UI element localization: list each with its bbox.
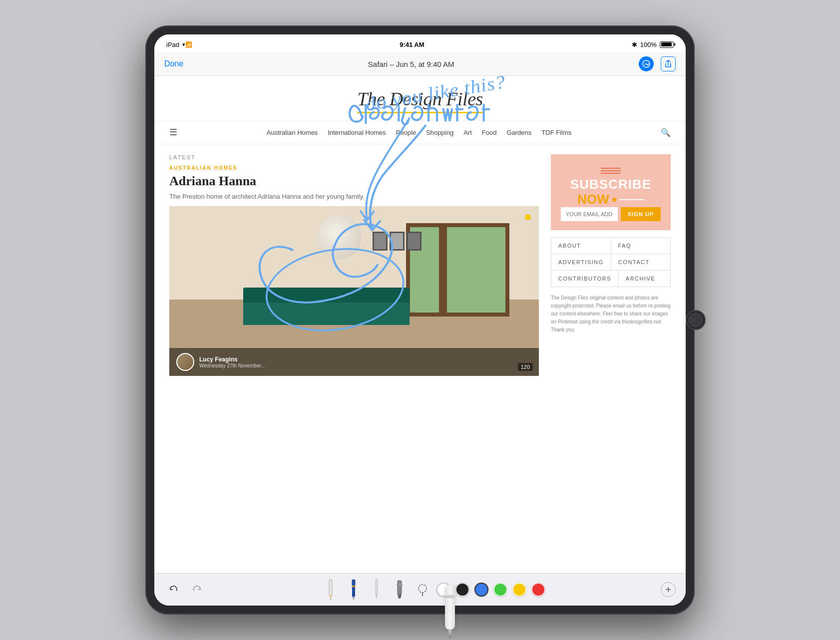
sidebar-link-faq[interactable]: FAQ bbox=[611, 238, 671, 254]
color-black[interactable] bbox=[455, 583, 469, 597]
ipad-label: iPad bbox=[166, 41, 179, 48]
artwork-3 bbox=[407, 232, 421, 251]
done-button[interactable]: Done bbox=[164, 59, 183, 68]
battery-icon bbox=[660, 41, 674, 48]
marker-tool-icon bbox=[394, 580, 405, 600]
nav-bar: Done Safari – Jun 5, at 9:40 AM bbox=[154, 52, 686, 76]
svg-marker-5 bbox=[330, 599, 331, 601]
author-info: Lucy Feagins Wednesday 27th November... bbox=[199, 356, 265, 368]
nav-link-food[interactable]: Food bbox=[482, 129, 497, 136]
redo-icon bbox=[191, 584, 203, 596]
nav-link-australian-homes[interactable]: Australian Homes bbox=[267, 129, 318, 136]
lasso-tool-icon bbox=[416, 583, 429, 596]
pen-tool-button[interactable] bbox=[368, 581, 386, 599]
site-logo[interactable]: The Design Files bbox=[357, 88, 483, 113]
forward-button[interactable] bbox=[188, 581, 206, 599]
article-author-bar: Lucy Feagins Wednesday 27th November... bbox=[169, 348, 539, 376]
status-left: iPad ▾📶 bbox=[166, 41, 192, 48]
article-count: 120 bbox=[518, 363, 533, 371]
home-button[interactable] bbox=[686, 310, 706, 330]
site-nav: ☰ Australian Homes International Homes P… bbox=[154, 121, 686, 144]
sidebar-link-contact[interactable]: CONTACT bbox=[611, 254, 670, 270]
markup-button[interactable] bbox=[639, 56, 654, 71]
sidebar-link-about[interactable]: ABOUT bbox=[551, 238, 611, 254]
svg-rect-10 bbox=[376, 580, 378, 595]
undo-button[interactable] bbox=[164, 581, 182, 599]
author-name: Lucy Feagins bbox=[199, 356, 265, 363]
sidebar-link-row-2: ADVERTISING CONTACT bbox=[551, 254, 670, 271]
subscribe-decoration bbox=[561, 168, 661, 174]
undo-icon bbox=[167, 584, 179, 596]
article-title: Adriana Hanna bbox=[169, 174, 539, 189]
sidebar-link-row-3: CONTRIBUTORS ARCHIVE bbox=[551, 271, 670, 287]
sidebar: SUBSCRIBE NOW SIGN UP bbox=[551, 154, 671, 376]
nav-actions bbox=[639, 56, 676, 71]
deco-line-2 bbox=[601, 170, 621, 171]
pen-tool-icon bbox=[372, 579, 381, 601]
nav-link-art[interactable]: Art bbox=[463, 129, 472, 136]
article-image[interactable]: Lucy Feagins Wednesday 27th November... … bbox=[169, 206, 539, 376]
page-layout: LATEST AUSTRALIAN HOMES Adriana Hanna Th… bbox=[154, 144, 686, 386]
latest-label: LATEST bbox=[169, 154, 539, 160]
author-date: Wednesday 27th November... bbox=[199, 363, 265, 368]
status-bar: iPad ▾📶 9:41 AM ✱ 100% bbox=[154, 34, 686, 52]
hamburger-menu[interactable]: ☰ bbox=[169, 127, 177, 138]
sidebar-footer: The Design Files original content and ph… bbox=[551, 294, 671, 334]
toolbar-right: + bbox=[661, 582, 676, 597]
svg-rect-12 bbox=[398, 581, 402, 595]
share-button[interactable] bbox=[661, 56, 676, 71]
bluetooth-icon: ✱ bbox=[632, 41, 637, 48]
sofa-back bbox=[243, 288, 410, 303]
nav-title: Safari – Jun 5, at 9:40 AM bbox=[368, 60, 454, 68]
sidebar-link-archive[interactable]: ARCHIVE bbox=[619, 271, 670, 287]
color-yellow[interactable] bbox=[512, 583, 526, 597]
fountain-pen-button[interactable] bbox=[345, 581, 363, 599]
artwork-1 bbox=[373, 232, 388, 251]
apple-pencil bbox=[445, 585, 455, 630]
color-blue[interactable] bbox=[474, 583, 488, 597]
article-dot bbox=[525, 214, 531, 220]
svg-marker-8 bbox=[352, 597, 355, 601]
sidebar-link-advertising[interactable]: ADVERTISING bbox=[551, 254, 611, 270]
add-button[interactable]: + bbox=[661, 582, 676, 597]
nav-link-people[interactable]: People bbox=[396, 129, 416, 136]
marker-tool-button[interactable] bbox=[391, 581, 409, 599]
pencil-tip bbox=[448, 629, 451, 638]
main-content[interactable]: do you like this? The Design Files ☰ Aus… bbox=[154, 76, 686, 573]
wifi-icon: ▾📶 bbox=[182, 41, 192, 48]
lasso-tool-button[interactable] bbox=[414, 581, 431, 599]
toolbar-center bbox=[322, 581, 545, 599]
add-icon: + bbox=[665, 585, 671, 595]
battery-fill bbox=[661, 42, 672, 46]
search-icon[interactable]: 🔍 bbox=[661, 128, 671, 137]
now-dot bbox=[612, 198, 616, 202]
sidebar-link-contributors[interactable]: CONTRIBUTORS bbox=[551, 271, 619, 287]
subscribe-form: SIGN UP bbox=[561, 207, 661, 221]
email-input[interactable] bbox=[561, 207, 618, 221]
nav-link-international-homes[interactable]: International Homes bbox=[328, 129, 386, 136]
subscribe-subtitle: NOW bbox=[561, 192, 661, 207]
sidebar-link-row-1: ABOUT FAQ bbox=[551, 238, 670, 254]
subscribe-title: SUBSCRIBE bbox=[561, 178, 661, 191]
artworks bbox=[373, 232, 421, 251]
nav-link-shopping[interactable]: Shopping bbox=[426, 129, 453, 136]
pendant-lamp bbox=[317, 215, 362, 259]
svg-rect-9 bbox=[352, 586, 356, 587]
color-green[interactable] bbox=[493, 583, 507, 597]
color-red[interactable] bbox=[531, 583, 545, 597]
sidebar-links: ABOUT FAQ ADVERTISING CONTACT CONTRIBUTO… bbox=[551, 237, 671, 287]
article-description: The Preston home of architect Adriana Ha… bbox=[169, 193, 539, 200]
room-window-1 bbox=[443, 223, 509, 317]
site-header: The Design Files bbox=[154, 76, 686, 121]
nav-link-gardens[interactable]: Gardens bbox=[506, 129, 531, 136]
drawing-toolbar: + bbox=[154, 573, 686, 606]
sign-up-button[interactable]: SIGN UP bbox=[621, 207, 661, 221]
svg-marker-14 bbox=[398, 595, 402, 599]
nav-link-tdf-films[interactable]: TDF Films bbox=[541, 129, 571, 136]
pencil-body bbox=[445, 585, 455, 630]
now-line bbox=[619, 199, 644, 200]
main-column: LATEST AUSTRALIAN HOMES Adriana Hanna Th… bbox=[169, 154, 539, 376]
pencil-tool-button[interactable] bbox=[322, 581, 340, 599]
home-button-inner bbox=[689, 313, 703, 327]
status-right: ✱ 100% bbox=[632, 41, 674, 48]
